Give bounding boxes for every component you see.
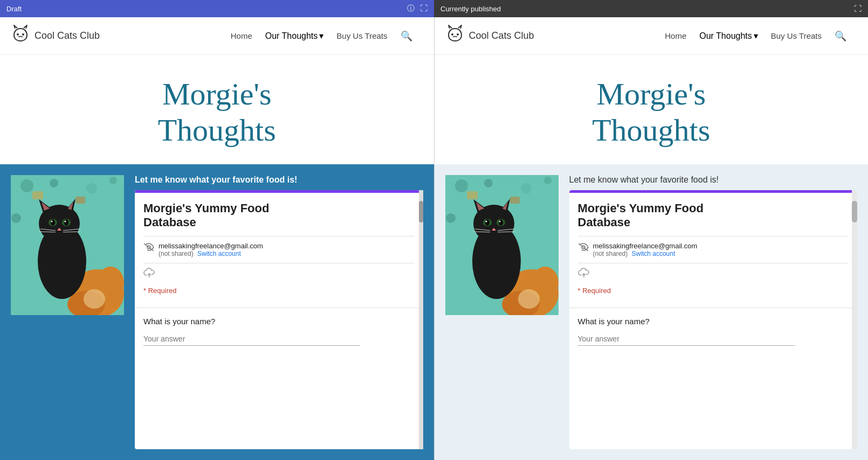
left-answer-input[interactable] <box>143 332 360 346</box>
svg-point-6 <box>86 183 97 194</box>
left-nav-home[interactable]: Home <box>231 31 252 40</box>
right-nav-home[interactable]: Home <box>665 31 686 40</box>
svg-point-58 <box>499 219 503 226</box>
right-content-area: Let me know what your favorite food is! … <box>435 164 869 460</box>
right-form-question: What is your name? <box>569 308 858 354</box>
svg-point-48 <box>518 289 540 309</box>
left-cloud-icon <box>143 263 415 284</box>
right-form: Morgie's Yummy FoodDatabase <box>569 190 858 449</box>
expand-icon-right[interactable]: ⛶ <box>854 4 862 13</box>
svg-point-42 <box>446 213 456 223</box>
info-icon[interactable]: ⓘ <box>407 4 415 13</box>
svg-point-40 <box>521 183 532 194</box>
left-nav-links: Home Our Thoughts ▾ Buy Us Treats 🔍 <box>231 30 412 42</box>
left-form-header: Morgie's Yummy FoodDatabase <box>135 190 423 305</box>
left-form: Morgie's Yummy FoodDatabase <box>135 190 423 449</box>
svg-point-41 <box>544 177 552 184</box>
svg-point-25 <box>51 221 53 222</box>
left-nav-treats[interactable]: Buy Us Treats <box>336 31 387 40</box>
right-site-name: Cool Cats Club <box>469 30 534 41</box>
right-switch-account[interactable]: Switch account <box>632 250 676 257</box>
left-form-area: Let me know what your favorite food is! … <box>135 175 423 449</box>
svg-rect-10 <box>75 197 85 204</box>
svg-point-35 <box>457 33 459 36</box>
right-form-area: Let me know what your favorite food is! … <box>569 175 858 449</box>
left-form-required: * Required <box>143 284 415 299</box>
svg-rect-44 <box>510 197 520 204</box>
right-form-title: Morgie's Yummy FoodDatabase <box>578 201 849 229</box>
left-logo: Cool Cats Club <box>11 24 100 47</box>
left-search-icon[interactable]: 🔍 <box>401 30 412 42</box>
left-hero: Morgie'sThoughts <box>0 55 434 164</box>
left-account-email: melissakingfreelance@gmail.com <box>159 242 263 250</box>
svg-point-5 <box>50 179 58 187</box>
svg-point-0 <box>17 33 19 36</box>
left-site-name: Cool Cats Club <box>35 30 100 41</box>
left-form-account: melissakingfreelance@gmail.com (not shar… <box>143 236 415 263</box>
draft-bar: Draft ⓘ ⛶ <box>0 0 434 17</box>
draft-label: Draft <box>6 5 22 13</box>
svg-point-26 <box>65 221 66 222</box>
right-nav-thoughts[interactable]: Our Thoughts ▾ <box>699 31 758 41</box>
left-nav: Cool Cats Club Home Our Thoughts ▾ Buy U… <box>0 17 434 55</box>
right-hero-title: Morgie'sThoughts <box>592 76 710 148</box>
right-cat-logo-icon <box>445 24 465 47</box>
svg-point-59 <box>485 221 487 222</box>
right-nav: Cool Cats Club Home Our Thoughts ▾ Buy U… <box>435 17 869 55</box>
right-eye-slash-icon <box>578 243 589 254</box>
svg-point-24 <box>64 219 68 226</box>
left-nav-thoughts[interactable]: Our Thoughts ▾ <box>265 31 324 41</box>
left-form-question: What is your name? <box>135 308 423 354</box>
eye-slash-icon <box>143 243 154 254</box>
svg-point-23 <box>51 219 55 226</box>
svg-point-4 <box>20 179 33 192</box>
right-nav-treats[interactable]: Buy Us Treats <box>771 31 822 40</box>
right-not-shared: (not shared) <box>593 250 628 257</box>
left-content-area: Let me know what your favorite food is! … <box>0 164 434 460</box>
right-dropdown-icon: ▾ <box>754 31 758 41</box>
right-account-email: melissakingfreelance@gmail.com <box>593 242 698 250</box>
right-form-outer: Morgie's Yummy FoodDatabase <box>569 190 858 449</box>
cat-logo-icon <box>11 24 30 47</box>
right-form-required: * Required <box>578 284 849 299</box>
right-cloud-icon <box>578 263 849 284</box>
left-scroll-thumb[interactable] <box>419 201 423 222</box>
expand-icon[interactable]: ⛶ <box>420 4 428 13</box>
right-logo: Cool Cats Club <box>445 24 534 47</box>
dropdown-icon: ▾ <box>319 31 323 41</box>
right-answer-input[interactable] <box>578 332 795 346</box>
left-switch-account[interactable]: Switch account <box>197 250 241 257</box>
left-hero-title: Morgie'sThoughts <box>158 76 276 148</box>
right-scrollbar[interactable] <box>852 190 857 449</box>
right-hero: Morgie'sThoughts <box>435 55 869 164</box>
draft-panel: Cool Cats Club Home Our Thoughts ▾ Buy U… <box>0 17 434 460</box>
right-form-account: melissakingfreelance@gmail.com (not shar… <box>578 236 849 263</box>
svg-point-39 <box>484 179 493 187</box>
left-not-shared: (not shared) <box>159 250 194 257</box>
svg-point-57 <box>485 219 490 226</box>
svg-point-7 <box>109 177 117 184</box>
right-scroll-thumb[interactable] <box>852 201 857 222</box>
published-label: Currently published <box>440 5 501 13</box>
svg-rect-43 <box>467 191 478 199</box>
svg-point-8 <box>11 213 21 223</box>
left-question-text: What is your name? <box>143 317 415 326</box>
svg-point-60 <box>499 221 500 222</box>
left-form-title: Morgie's Yummy FoodDatabase <box>143 201 415 229</box>
left-form-container: Morgie's Yummy FoodDatabase <box>135 190 423 449</box>
right-question-text: What is your name? <box>578 317 849 326</box>
svg-point-1 <box>22 33 24 36</box>
svg-rect-9 <box>32 191 43 199</box>
left-form-prompt: Let me know what your favorite food is! <box>135 175 423 185</box>
svg-point-38 <box>455 179 468 192</box>
right-form-prompt: Let me know what your favorite food is! <box>569 175 858 185</box>
svg-point-14 <box>84 289 105 309</box>
left-cat-photo <box>11 175 124 315</box>
right-cat-photo <box>445 175 559 315</box>
published-bar: Currently published ⛶ <box>434 0 868 17</box>
right-nav-links: Home Our Thoughts ▾ Buy Us Treats 🔍 <box>665 30 846 42</box>
published-panel: Cool Cats Club Home Our Thoughts ▾ Buy U… <box>435 17 869 460</box>
left-scrollbar[interactable] <box>419 190 423 449</box>
right-form-header: Morgie's Yummy FoodDatabase <box>569 190 858 305</box>
right-search-icon[interactable]: 🔍 <box>835 30 846 42</box>
